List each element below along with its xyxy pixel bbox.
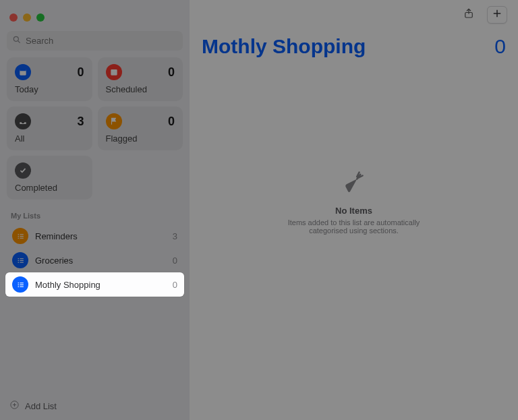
smart-label: All (15, 133, 84, 144)
empty-subtitle: Items added to this list are automatical… (272, 218, 436, 235)
svg-point-17 (18, 282, 19, 283)
list-count: 0 (173, 256, 177, 266)
svg-point-11 (18, 258, 19, 259)
carrot-icon (341, 187, 368, 198)
svg-point-7 (18, 235, 19, 237)
svg-line-1 (18, 40, 20, 42)
fullscreen-window-button[interactable] (36, 13, 45, 22)
plus-circle-icon (9, 400, 20, 412)
svg-rect-6 (20, 234, 23, 235)
search-input[interactable] (26, 36, 177, 46)
smart-scheduled[interactable]: 0 Scheduled (98, 57, 183, 101)
svg-rect-22 (20, 286, 23, 287)
add-list-button[interactable]: Add List (9, 400, 57, 412)
svg-rect-18 (20, 282, 23, 283)
list-row-groceries[interactable]: Groceries 0 (5, 248, 184, 272)
smart-flagged[interactable]: 0 Flagged (98, 107, 183, 150)
flag-icon (106, 113, 122, 129)
plus-icon (491, 7, 503, 22)
svg-point-19 (18, 284, 19, 285)
smart-lists-grid: 0 Today 0 Scheduled 3 All (7, 57, 183, 200)
add-reminder-button[interactable] (487, 6, 507, 24)
smart-all[interactable]: 3 All (7, 107, 92, 150)
svg-rect-3 (20, 69, 26, 71)
svg-point-9 (18, 237, 19, 239)
svg-rect-14 (20, 260, 23, 260)
minimize-window-button[interactable] (23, 13, 31, 22)
search-field[interactable] (7, 31, 183, 51)
list-bullet-icon (12, 276, 28, 293)
svg-rect-16 (20, 262, 23, 262)
smart-count: 0 (77, 65, 84, 80)
svg-rect-20 (20, 284, 23, 284)
tray-icon (15, 113, 31, 129)
smart-count: 3 (77, 115, 84, 129)
smart-completed[interactable]: Completed (7, 156, 92, 200)
svg-rect-12 (20, 258, 23, 259)
my-lists-section-title: My Lists (11, 212, 179, 220)
smart-count: 0 (168, 65, 175, 80)
add-list-label: Add List (25, 401, 57, 411)
smart-today[interactable]: 0 Today (7, 57, 92, 101)
list-header: Mothly Shopping 0 (190, 30, 518, 58)
list-name: Mothly Shopping (35, 280, 173, 290)
list-count: 3 (173, 231, 177, 241)
my-lists: Reminders 3 Groceries 0 Mothly Shopping … (5, 224, 184, 297)
window-controls (5, 7, 184, 31)
list-bullet-icon (12, 228, 28, 244)
smart-label: Scheduled (106, 84, 175, 94)
list-total-count: 0 (494, 35, 506, 58)
smart-label: Completed (15, 183, 84, 193)
search-icon (12, 35, 22, 47)
list-count: 0 (173, 280, 177, 290)
svg-point-5 (18, 233, 19, 235)
main-panel: Mothly Shopping 0 No Items Items added t… (190, 0, 518, 420)
share-button[interactable] (459, 6, 479, 24)
svg-point-15 (18, 262, 19, 263)
list-name: Groceries (35, 256, 173, 266)
list-bullet-icon (12, 252, 28, 268)
check-icon (15, 162, 31, 179)
empty-title: No Items (272, 206, 436, 216)
empty-state: No Items Items added to this list are au… (272, 169, 436, 235)
toolbar (190, 0, 518, 30)
list-row-reminders[interactable]: Reminders 3 (5, 224, 184, 248)
smart-count: 0 (168, 115, 175, 129)
list-title: Mothly Shopping (202, 35, 366, 58)
svg-rect-8 (20, 235, 23, 236)
smart-label: Today (15, 84, 84, 94)
svg-rect-4 (111, 69, 117, 76)
share-icon (463, 7, 475, 22)
svg-point-0 (13, 36, 18, 41)
sidebar: 0 Today 0 Scheduled 3 All (0, 0, 190, 420)
calendar-icon (106, 64, 122, 80)
smart-label: Flagged (106, 133, 175, 144)
svg-point-21 (18, 286, 19, 287)
svg-point-13 (18, 260, 19, 261)
svg-rect-10 (20, 237, 23, 238)
calendar-icon (15, 64, 31, 80)
list-row-monthly-shopping[interactable]: Mothly Shopping 0 (5, 272, 184, 297)
close-window-button[interactable] (9, 13, 18, 22)
list-name: Reminders (35, 231, 173, 241)
